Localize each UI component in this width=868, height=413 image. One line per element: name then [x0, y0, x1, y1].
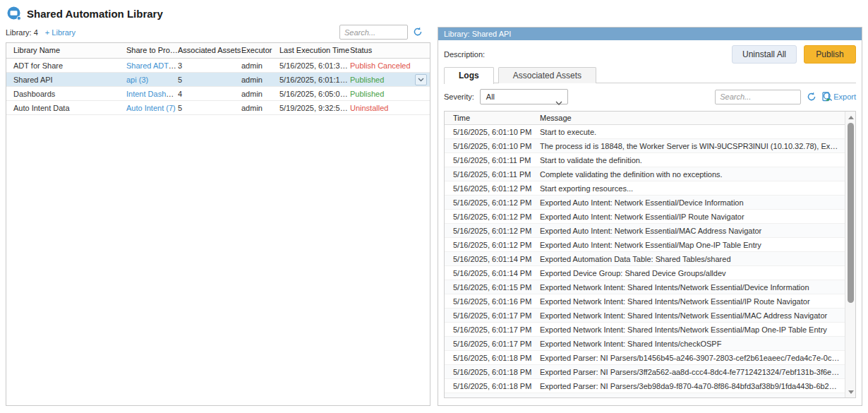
log-message: Exported Auto Intent: Network Essential/…	[540, 196, 845, 209]
table-row[interactable]: ADT for ShareShared ADT (3)3admin5/16/20…	[6, 59, 430, 73]
share-profile-link[interactable]: Shared ADT (3)	[126, 61, 178, 70]
associated-assets-count: 4	[178, 87, 241, 100]
log-time: 5/16/2025, 6:01:12 PM	[445, 181, 540, 195]
log-search-input[interactable]	[716, 90, 823, 104]
associated-assets-count: 3	[178, 59, 241, 72]
log-time: 5/16/2025, 6:01:17 PM	[445, 337, 540, 350]
log-row[interactable]: 5/16/2025, 6:01:10 PMStart to execute.	[445, 125, 845, 139]
log-message: Exported Network Intent: Shared Intents/…	[540, 294, 845, 308]
executor: admin	[241, 101, 279, 114]
log-time: 5/16/2025, 6:01:18 PM	[445, 351, 540, 364]
col-associated-assets[interactable]: Associated Assets	[178, 43, 241, 58]
log-time: 5/16/2025, 6:01:12 PM	[445, 196, 540, 209]
log-row[interactable]: 5/16/2025, 6:01:17 PMExported Network In…	[445, 323, 845, 337]
log-row[interactable]: 5/16/2025, 6:01:11 PMStart to validate t…	[445, 153, 845, 167]
log-message: Start to validate the definition.	[540, 153, 845, 167]
col-share-to-profile[interactable]: Share to Profile ...	[126, 43, 178, 58]
library-name: Auto Intent Data	[6, 101, 126, 114]
log-message: Start to execute.	[540, 125, 845, 138]
table-row[interactable]: Auto Intent DataAuto Intent (7)5admin5/1…	[6, 101, 430, 115]
log-time: 5/16/2025, 6:01:12 PM	[445, 224, 540, 237]
log-row[interactable]: 5/16/2025, 6:01:14 PMExported Automation…	[445, 252, 845, 266]
executor: admin	[241, 73, 279, 86]
col-status[interactable]: Status	[350, 43, 430, 58]
severity-select[interactable]: All	[480, 89, 568, 104]
log-row[interactable]: 5/16/2025, 6:01:17 PMExported Network In…	[445, 309, 845, 323]
add-library-button[interactable]: + Library	[45, 28, 76, 37]
log-row[interactable]: 5/16/2025, 6:01:14 PMExported Device Gro…	[445, 266, 845, 280]
status-badge: Publish Canceled	[350, 59, 430, 72]
log-message: Exported Network Intent: Shared Intents/…	[540, 323, 845, 336]
log-row[interactable]: 5/16/2025, 6:01:17 PMExported Network In…	[445, 337, 845, 351]
log-row[interactable]: 5/16/2025, 6:01:10 PMThe process id is 1…	[445, 139, 845, 153]
chevron-down-icon	[555, 95, 562, 109]
log-message: Exported Auto Intent: Network Essential/…	[540, 210, 845, 223]
log-time: 5/16/2025, 6:01:12 PM	[445, 210, 540, 223]
log-time: 5/16/2025, 6:01:17 PM	[445, 309, 540, 322]
log-row[interactable]: 5/16/2025, 6:01:12 PMExported Auto Inten…	[445, 238, 845, 252]
log-scrollbar[interactable]	[845, 112, 855, 397]
library-table-body: ADT for ShareShared ADT (3)3admin5/16/20…	[6, 59, 430, 115]
last-execution-time: 5/19/2025, 9:32:50 AM	[279, 101, 350, 114]
detail-panel-title: Library: Shared API	[438, 28, 862, 40]
executor: admin	[241, 87, 279, 100]
col-time[interactable]: Time	[445, 112, 540, 124]
library-search-input[interactable]	[340, 25, 447, 39]
log-time: 5/16/2025, 6:01:10 PM	[445, 125, 540, 138]
log-table-header: Time Message	[445, 112, 845, 125]
search-icon[interactable]	[823, 92, 833, 102]
log-row[interactable]: 5/16/2025, 6:01:12 PMExported Auto Inten…	[445, 196, 845, 210]
log-table: Time Message 5/16/2025, 6:01:10 PMStart …	[444, 111, 856, 398]
log-row[interactable]: 5/16/2025, 6:01:18 PMExported Parser: NI…	[445, 365, 845, 379]
uninstall-all-button[interactable]: Uninstall All	[732, 45, 797, 64]
library-detail-panel: Library: Shared API Description: Uninsta…	[438, 27, 862, 406]
log-row[interactable]: 5/16/2025, 6:01:12 PMExported Auto Inten…	[445, 224, 845, 238]
row-actions-chevron-icon[interactable]	[415, 74, 427, 85]
log-time: 5/16/2025, 6:01:18 PM	[445, 379, 540, 393]
table-row[interactable]: Shared APIapi (3)5admin5/16/2025, 6:01:1…	[6, 73, 430, 87]
tab-logs[interactable]: Logs	[444, 67, 494, 84]
description-label: Description:	[444, 50, 485, 59]
log-time: 5/16/2025, 6:01:12 PM	[445, 238, 540, 251]
associated-assets-count: 5	[178, 73, 241, 86]
scrollbar-thumb[interactable]	[848, 123, 854, 303]
refresh-icon[interactable]	[413, 27, 423, 37]
log-time: 5/16/2025, 6:01:17 PM	[445, 323, 540, 336]
log-message: Exported Network Intent: Shared Intents/…	[540, 337, 845, 350]
last-execution-time: 5/16/2025, 6:01:10 PM	[279, 73, 350, 86]
log-row[interactable]: 5/16/2025, 6:01:15 PMExported Network In…	[445, 280, 845, 294]
col-library-name[interactable]: Library Name	[6, 43, 126, 58]
tab-associated-assets[interactable]: Associated Assets	[498, 67, 596, 83]
log-message: The process id is 18848, the Worker Serv…	[540, 139, 845, 152]
share-profile-link[interactable]: api (3)	[126, 76, 148, 84]
log-row[interactable]: 5/16/2025, 6:01:12 PMExported Auto Inten…	[445, 210, 845, 224]
log-time: 5/16/2025, 6:01:18 PM	[445, 365, 540, 378]
log-row[interactable]: 5/16/2025, 6:01:18 PMExported Parser: NI…	[445, 393, 845, 398]
share-profile-link[interactable]: Auto Intent (7)	[126, 104, 176, 112]
log-row[interactable]: 5/16/2025, 6:01:11 PMComplete validating…	[445, 167, 845, 181]
col-last-execution-time[interactable]: Last Execution Time	[279, 43, 350, 58]
severity-value: All	[486, 92, 495, 101]
log-message: Exported Parser: NI Parsers/734cdc9c-f80…	[540, 393, 845, 398]
library-name: Shared API	[6, 73, 126, 86]
log-search	[715, 90, 801, 104]
log-time: 5/16/2025, 6:01:16 PM	[445, 294, 540, 308]
col-message[interactable]: Message	[540, 112, 845, 124]
log-message: Exported Auto Intent: Network Essential/…	[540, 224, 845, 237]
library-table-header: Library Name Share to Profile ... Associ…	[6, 43, 430, 59]
log-time: 5/16/2025, 6:01:18 PM	[445, 393, 540, 398]
col-executor[interactable]: Executor	[241, 43, 279, 58]
scroll-up-icon[interactable]	[845, 112, 856, 122]
log-row[interactable]: 5/16/2025, 6:01:16 PMExported Network In…	[445, 294, 845, 309]
publish-button[interactable]: Publish	[804, 45, 856, 64]
scroll-down-icon[interactable]	[845, 387, 856, 397]
log-row[interactable]: 5/16/2025, 6:01:18 PMExported Parser: NI…	[445, 379, 845, 393]
associated-assets-count: 5	[178, 101, 241, 114]
log-row[interactable]: 5/16/2025, 6:01:12 PMStart exporting res…	[445, 181, 845, 196]
severity-label: Severity:	[444, 92, 474, 101]
last-execution-time: 5/16/2025, 6:01:32 PM	[279, 59, 350, 72]
table-row[interactable]: DashboardsIntent Dashboa...4admin5/16/20…	[6, 87, 430, 101]
log-time: 5/16/2025, 6:01:15 PM	[445, 280, 540, 294]
share-profile-link[interactable]: Intent Dashboa...	[126, 90, 178, 98]
log-row[interactable]: 5/16/2025, 6:01:18 PMExported Parser: NI…	[445, 351, 845, 365]
